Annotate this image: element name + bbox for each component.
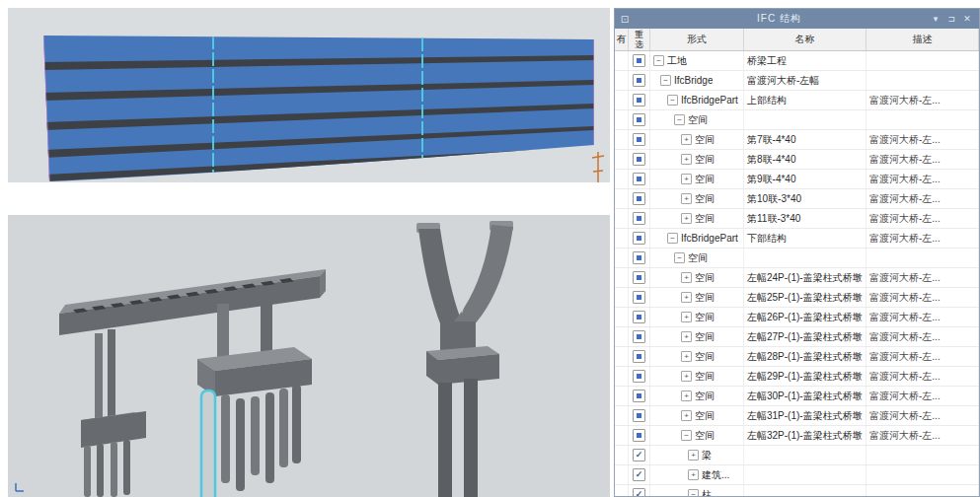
checkbox[interactable]	[633, 192, 645, 205]
table-row[interactable]: + 空间 左幅24P-(1)-盖梁柱式桥墩 富渡河大桥-左...	[615, 268, 979, 288]
checkbox[interactable]	[633, 390, 645, 402]
checkbox[interactable]	[633, 311, 645, 323]
table-row[interactable]: + 空间 左幅29P-(1)-盖梁柱式桥墩 富渡河大桥-左...	[615, 367, 979, 387]
expander-icon[interactable]: −	[667, 233, 678, 244]
table-row[interactable]: + 空间 第10联-3*40 富渡河大桥-左...	[615, 189, 979, 209]
row-checkbox-cell[interactable]	[629, 406, 650, 425]
table-row[interactable]: + 空间 第7联-4*40 富渡河大桥-左...	[615, 130, 979, 150]
checkbox[interactable]	[633, 94, 645, 106]
row-checkbox-cell[interactable]	[629, 308, 650, 326]
table-row[interactable]: − IfcBridgePart 上部结构 富渡河大桥-左...	[615, 91, 979, 110]
checkbox[interactable]	[633, 173, 645, 185]
row-type-cell[interactable]: − IfcBridge	[650, 71, 744, 90]
row-checkbox-cell[interactable]	[629, 150, 650, 169]
table-row[interactable]: + 空间 左幅30P-(1)-盖梁柱式桥墩 富渡河大桥-左...	[615, 387, 979, 406]
checkbox[interactable]	[633, 113, 645, 126]
checkbox[interactable]: ✓	[633, 468, 645, 481]
pier-3d-viewport[interactable]	[8, 215, 610, 497]
expander-icon[interactable]: +	[681, 134, 692, 145]
table-row[interactable]: ✓ + 梁	[615, 446, 979, 465]
checkbox[interactable]	[633, 251, 645, 264]
row-type-cell[interactable]: + 空间	[650, 170, 744, 188]
row-checkbox-cell[interactable]	[629, 248, 650, 267]
table-row[interactable]: − 空间	[615, 248, 979, 268]
row-checkbox-cell[interactable]	[629, 426, 650, 445]
panel-titlebar[interactable]: ⊡ IFC 结构 ▾ ⊐ ✕	[615, 9, 979, 29]
expander-icon[interactable]: −	[688, 489, 699, 497]
table-row[interactable]: ✓ − 柱	[615, 485, 979, 497]
expander-icon[interactable]: +	[681, 272, 692, 283]
row-checkbox-cell[interactable]	[629, 367, 650, 386]
checkbox[interactable]: ✓	[633, 449, 645, 462]
expander-icon[interactable]: +	[681, 193, 692, 204]
expander-icon[interactable]: +	[681, 371, 692, 382]
close-icon[interactable]: ✕	[959, 14, 975, 24]
expander-icon[interactable]: +	[681, 154, 692, 165]
table-row[interactable]: + 空间 左幅28P-(1)-盖梁柱式桥墩 富渡河大桥-左...	[615, 347, 979, 367]
expander-icon[interactable]: +	[681, 312, 692, 322]
checkbox[interactable]	[633, 271, 645, 284]
row-type-cell[interactable]: + 建筑...	[650, 465, 744, 484]
row-type-cell[interactable]: + 空间	[650, 150, 744, 169]
expander-icon[interactable]: +	[681, 213, 692, 224]
expander-icon[interactable]: −	[674, 252, 685, 263]
expander-icon[interactable]: −	[681, 430, 692, 441]
row-checkbox-cell[interactable]	[629, 347, 650, 366]
row-checkbox-cell[interactable]	[629, 51, 650, 70]
expander-icon[interactable]: −	[674, 114, 685, 125]
row-checkbox-cell[interactable]: ✓	[629, 485, 650, 497]
checkbox[interactable]	[633, 74, 645, 87]
checkbox[interactable]	[633, 212, 645, 225]
table-row[interactable]: − IfcBridge 富渡河大桥-左幅	[615, 71, 979, 91]
row-type-cell[interactable]: − 柱	[650, 485, 744, 497]
table-row[interactable]: + 空间 第11联-3*40 富渡河大桥-左...	[615, 209, 979, 229]
chevron-down-icon[interactable]: ▾	[928, 14, 943, 24]
row-type-cell[interactable]: − 空间	[650, 426, 744, 445]
expander-icon[interactable]: +	[681, 292, 692, 303]
expander-icon[interactable]: +	[688, 450, 699, 461]
row-checkbox-cell[interactable]	[629, 209, 650, 228]
row-type-cell[interactable]: − 空间	[650, 248, 744, 267]
row-type-cell[interactable]: − 空间	[650, 110, 744, 129]
column-header-filter[interactable]: 重选	[629, 29, 650, 50]
table-row[interactable]: ✓ + 建筑...	[615, 465, 979, 485]
table-row[interactable]: + 空间 左幅31P-(1)-盖梁柱式桥墩 富渡河大桥-左...	[615, 406, 979, 426]
table-row[interactable]: + 空间 左幅25P-(1)-盖梁柱式桥墩 富渡河大桥-左...	[615, 288, 979, 308]
row-type-cell[interactable]: + 空间	[650, 367, 744, 386]
column-header-type[interactable]: 形式	[650, 29, 744, 50]
expander-icon[interactable]: −	[660, 75, 671, 86]
checkbox[interactable]	[633, 350, 645, 363]
table-row[interactable]: − 工地 桥梁工程	[615, 51, 979, 71]
checkbox[interactable]	[633, 153, 645, 166]
expander-icon[interactable]: +	[681, 331, 692, 342]
row-type-cell[interactable]: + 梁	[650, 446, 744, 464]
checkbox[interactable]	[633, 330, 645, 343]
table-row[interactable]: − IfcBridgePart 下部结构 富渡河大桥-左...	[615, 229, 979, 248]
row-checkbox-cell[interactable]	[629, 229, 650, 248]
row-type-cell[interactable]: + 空间	[650, 308, 744, 326]
expander-icon[interactable]: +	[681, 410, 692, 421]
checkbox[interactable]	[633, 409, 645, 422]
expander-icon[interactable]: −	[653, 55, 664, 66]
table-row[interactable]: − 空间	[615, 110, 979, 130]
checkbox[interactable]	[633, 133, 645, 146]
row-checkbox-cell[interactable]: ✓	[629, 465, 650, 484]
row-checkbox-cell[interactable]	[629, 327, 650, 346]
row-type-cell[interactable]: + 空间	[650, 268, 744, 287]
row-type-cell[interactable]: + 空间	[650, 327, 744, 346]
expander-icon[interactable]: −	[667, 95, 678, 106]
column-header-mark[interactable]: 有	[615, 29, 629, 50]
row-checkbox-cell[interactable]	[629, 189, 650, 208]
checkbox[interactable]	[633, 429, 645, 442]
row-checkbox-cell[interactable]	[629, 268, 650, 287]
row-checkbox-cell[interactable]	[629, 130, 650, 149]
row-type-cell[interactable]: + 空间	[650, 288, 744, 307]
row-checkbox-cell[interactable]	[629, 91, 650, 109]
table-row[interactable]: + 空间 第8联-4*40 富渡河大桥-左...	[615, 150, 979, 170]
checkbox[interactable]	[633, 291, 645, 304]
row-checkbox-cell[interactable]: ✓	[629, 446, 650, 464]
girder-deck-viewport[interactable]	[8, 8, 610, 182]
row-type-cell[interactable]: + 空间	[650, 347, 744, 366]
row-type-cell[interactable]: + 空间	[650, 189, 744, 208]
row-type-cell[interactable]: + 空间	[650, 406, 744, 425]
